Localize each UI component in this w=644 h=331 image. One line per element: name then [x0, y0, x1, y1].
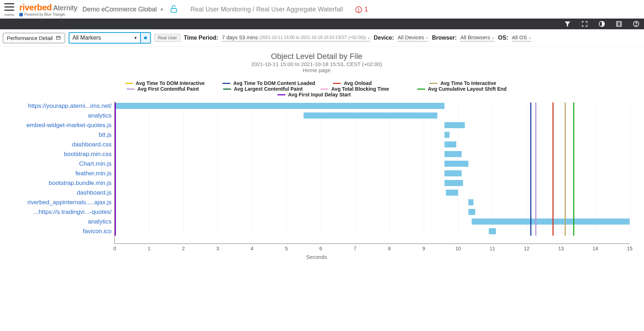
svg-point-9 [636, 25, 636, 26]
waterfall-bar[interactable] [472, 219, 630, 225]
breadcrumb: Real User Monitoring / Real User Aggrega… [191, 6, 343, 13]
menu-button[interactable]: menu [4, 2, 14, 17]
x-axis-tick: 8 [388, 246, 391, 251]
waterfall-bar[interactable] [489, 228, 496, 234]
waterfall-row-label[interactable]: dashboard.css [4, 140, 112, 149]
bars-canvas: 0123456789101112131415 [114, 101, 630, 244]
menu-label: menu [4, 12, 14, 17]
os-value: All OS [512, 34, 527, 40]
legend-item[interactable]: Avg Time To DOM Interactive [125, 80, 205, 86]
waterfall-bar[interactable] [444, 151, 462, 157]
x-axis-tick: 15 [627, 246, 633, 251]
x-axis-tick: 2 [182, 246, 185, 251]
performance-detail-button[interactable]: Performance Detail [3, 33, 65, 43]
svg-rect-0 [171, 8, 176, 12]
filter-row: Performance Detail All Markers ▼ Real Us… [0, 29, 644, 47]
legend-label: Avg Cumulative Layout Shift End [428, 86, 507, 92]
grid-line [424, 101, 424, 236]
legend-item[interactable]: Avg First Input Delay Start [277, 92, 356, 97]
legend-item[interactable]: Avg Time To DOM Content Loaded [222, 80, 315, 86]
real-user-pill[interactable]: Real User [154, 34, 180, 42]
legend-item[interactable]: Avg Time To Interactive [429, 80, 508, 86]
legend-label: Avg Time To DOM Interactive [136, 80, 205, 86]
os-label: OS: [498, 35, 508, 41]
brand-logo: riverbed Aternity Powered by Blue Triang… [19, 2, 78, 16]
legend-item[interactable]: Avg Onload [333, 80, 412, 86]
waterfall-bar[interactable] [444, 161, 468, 167]
grid-line [321, 101, 321, 236]
waterfall-row-label[interactable]: riverbed_appinternals.....ajax.js [4, 197, 112, 207]
waterfall-bar[interactable] [444, 180, 463, 186]
waterfall-row-label[interactable]: btt.js [4, 130, 112, 140]
legend-item[interactable]: Avg Largest Contentful Paint [223, 86, 303, 92]
waterfall-row-label[interactable]: favicon.ico [4, 226, 112, 236]
contrast-icon[interactable] [598, 20, 605, 27]
film-icon[interactable] [615, 20, 623, 27]
legend-label: Avg Time To Interactive [440, 80, 496, 86]
marker-line[interactable] [565, 102, 566, 236]
waterfall-row-label[interactable]: dashboard.js [4, 188, 112, 197]
grid-line [527, 101, 527, 236]
marker-pin-button[interactable] [140, 32, 151, 44]
legend-item[interactable]: Avg Total Blocking Time [321, 86, 399, 92]
waterfall-bar[interactable] [444, 122, 465, 128]
legend-swatch [429, 83, 437, 84]
pin-icon [143, 35, 148, 41]
waterfall-row-label[interactable]: https://yourapp.aterni...ims.net/ [4, 101, 112, 111]
marker-line[interactable] [115, 102, 116, 236]
x-axis-tick: 12 [524, 246, 530, 251]
grid-line [218, 101, 218, 236]
waterfall-bar[interactable] [444, 170, 462, 176]
waterfall-row-label[interactable]: Chart.min.js [4, 159, 112, 169]
chevron-down-icon: ▼ [134, 36, 138, 40]
waterfall-bar[interactable] [468, 199, 473, 205]
grid-line [149, 101, 149, 236]
fullscreen-icon[interactable] [581, 20, 588, 27]
waterfall-row-label[interactable]: analytics [4, 111, 112, 120]
grid-line [389, 101, 390, 236]
brand-suffix: Aternity [53, 4, 78, 12]
y-axis-labels: https://yourapp.aterni...ims.net/analyti… [4, 101, 114, 244]
grid-line [355, 101, 355, 236]
waterfall-bar[interactable] [304, 112, 437, 119]
waterfall-row-label[interactable]: feather.min.js [4, 169, 112, 178]
svg-rect-5 [616, 21, 621, 26]
chevron-down-icon: ⌄ [367, 35, 370, 39]
waterfall-bar[interactable] [444, 141, 457, 147]
filter-icon[interactable] [564, 20, 571, 27]
brand-main: riverbed [19, 2, 52, 12]
time-period-selector[interactable]: 7 days 53 mins (2021-10-11 15:00 to 2021… [222, 34, 370, 41]
x-axis-label: Seconds [4, 254, 630, 260]
marker-line[interactable] [552, 102, 554, 236]
device-value: All Devices [398, 34, 424, 40]
legend-item[interactable]: Avg First Contentful Paint [127, 86, 205, 92]
unlock-icon[interactable] [169, 4, 178, 15]
svg-point-11 [144, 36, 147, 39]
legend-swatch [277, 94, 285, 95]
waterfall-row-label[interactable]: bootstrap.min.css [4, 149, 112, 159]
help-icon[interactable] [633, 20, 640, 27]
waterfall-bar[interactable] [468, 209, 475, 215]
marker-line[interactable] [573, 102, 574, 236]
waterfall-row-label[interactable]: ...https://s.tradingvi...-quotes/ [4, 207, 112, 217]
device-selector[interactable]: All Devices ⌄ [398, 34, 428, 41]
waterfall-row-label[interactable]: analytics [4, 217, 112, 226]
browser-selector[interactable]: All Browsers ⌄ [460, 34, 494, 41]
grid-line [183, 101, 184, 236]
waterfall-row-label[interactable]: embed-widget-market-quotes.js [4, 120, 112, 130]
grid-line [561, 101, 561, 236]
marker-select[interactable]: All Markers ▼ [69, 32, 140, 44]
legend-label: Avg First Input Delay Start [288, 92, 351, 97]
legend-item[interactable]: Avg Cumulative Layout Shift End [417, 86, 507, 92]
os-selector[interactable]: All OS ⌄ [512, 34, 531, 41]
waterfall-bar[interactable] [444, 132, 449, 138]
browser-label: Browser: [432, 35, 457, 41]
legend-swatch [223, 89, 231, 90]
waterfall-row-label[interactable]: bootstrap.bundle.min.js [4, 178, 112, 188]
waterfall-bar[interactable] [115, 103, 444, 109]
waterfall-bar[interactable] [446, 190, 458, 196]
site-selector[interactable]: Demo eCommerce Global ▼ [83, 6, 164, 13]
alert-indicator[interactable]: 1 [355, 6, 368, 13]
marker-line[interactable] [535, 102, 536, 236]
marker-line[interactable] [530, 102, 531, 236]
